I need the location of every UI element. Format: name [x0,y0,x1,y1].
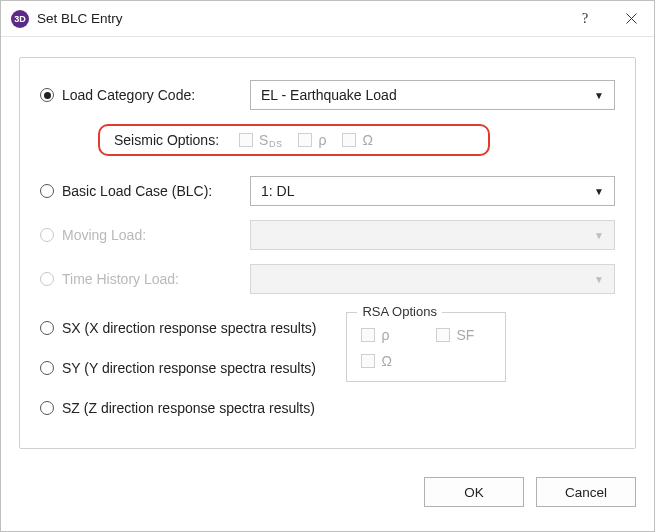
rsa-omega-option[interactable]: Ω [361,353,416,369]
radio-sy[interactable] [40,361,54,375]
window-title: Set BLC Entry [37,11,123,26]
rsa-rho-option[interactable]: ρ [361,327,416,343]
options-frame: Load Category Code: EL - Earthquake Load… [19,57,636,449]
seismic-sds-text: SDS [259,132,282,148]
checkbox-rsa-rho[interactable] [361,328,375,342]
rsa-sf-text: SF [456,327,474,343]
time-history-dropdown: ▼ [250,264,615,294]
rsa-legend: RSA Options [357,304,441,319]
chevron-down-icon: ▼ [594,186,604,197]
chevron-down-icon: ▼ [594,230,604,241]
seismic-rho-option[interactable]: ρ [298,132,326,148]
sz-label: SZ (Z direction response spectra results… [62,400,315,416]
moving-load-label: Moving Load: [62,227,146,243]
radio-sx[interactable] [40,321,54,335]
radio-load-category[interactable] [40,88,54,102]
seismic-options-label: Seismic Options: [114,132,219,148]
time-history-label: Time History Load: [62,271,179,287]
checkbox-rho[interactable] [298,133,312,147]
load-category-label: Load Category Code: [62,87,195,103]
checkbox-rsa-sf[interactable] [436,328,450,342]
chevron-down-icon: ▼ [594,90,604,101]
radio-moving-load [40,228,54,242]
rsa-sf-option[interactable]: SF [436,327,491,343]
load-category-value: EL - Earthquake Load [261,87,397,103]
close-icon [626,13,637,24]
seismic-options-box: Seismic Options: SDS ρ Ω [98,124,490,156]
chevron-down-icon: ▼ [594,274,604,285]
titlebar: 3D Set BLC Entry ? [1,1,654,37]
seismic-omega-option[interactable]: Ω [342,132,372,148]
seismic-rho-text: ρ [318,132,326,148]
load-category-dropdown[interactable]: EL - Earthquake Load ▼ [250,80,615,110]
ok-button[interactable]: OK [424,477,524,507]
checkbox-rsa-omega[interactable] [361,354,375,368]
radio-time-history [40,272,54,286]
seismic-omega-text: Ω [362,132,372,148]
cancel-button[interactable]: Cancel [536,477,636,507]
blc-dropdown[interactable]: 1: DL ▼ [250,176,615,206]
checkbox-omega[interactable] [342,133,356,147]
blc-value: 1: DL [261,183,294,199]
dialog-button-row: OK Cancel [1,477,654,523]
help-button[interactable]: ? [562,1,608,37]
app-icon: 3D [11,10,29,28]
rsa-options-fieldset: RSA Options ρ SF Ω [346,312,506,382]
checkbox-sds[interactable] [239,133,253,147]
rsa-omega-text: Ω [381,353,391,369]
rsa-rho-text: ρ [381,327,389,343]
sx-label: SX (X direction response spectra results… [62,320,316,336]
sy-label: SY (Y direction response spectra results… [62,360,316,376]
moving-load-dropdown: ▼ [250,220,615,250]
blc-label: Basic Load Case (BLC): [62,183,212,199]
close-button[interactable] [608,1,654,37]
radio-sz[interactable] [40,401,54,415]
seismic-sds-option[interactable]: SDS [239,132,282,148]
radio-blc[interactable] [40,184,54,198]
